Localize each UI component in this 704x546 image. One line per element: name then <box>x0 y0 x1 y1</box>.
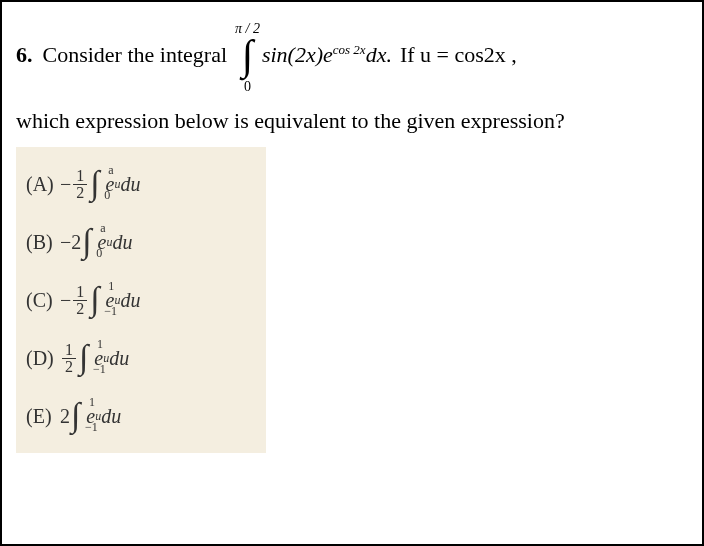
choice-e: (E) 2 ∫ 1 −1 eu du <box>26 387 256 445</box>
question-continuation: which expression below is equivalent to … <box>16 107 688 136</box>
choice-a-int-top: a <box>108 163 113 178</box>
choice-b-int-top: a <box>100 221 105 236</box>
choice-e-label: (E) <box>26 405 60 428</box>
choice-d: (D) 1 2 ∫ 1 −1 eu du <box>26 329 256 387</box>
choice-b-int: ∫ a 0 <box>82 227 91 257</box>
choice-a-frac-den: 2 <box>73 185 87 201</box>
choice-d-du: du <box>109 347 129 370</box>
choice-c-int-bot: −1 <box>104 304 117 319</box>
choice-b-int-bot: 0 <box>96 246 102 261</box>
choice-c-label: (C) <box>26 289 60 312</box>
integral-icon: ∫ <box>82 222 91 259</box>
choice-d-label: (D) <box>26 347 60 370</box>
question-lead: Consider the integral <box>43 41 228 70</box>
choice-c-prefix: − <box>60 289 71 312</box>
choice-c-du: du <box>121 289 141 312</box>
choice-b-label: (B) <box>26 231 60 254</box>
integrand-exp: cos 2x <box>333 42 366 57</box>
choice-e-int-top: 1 <box>89 395 95 410</box>
choice-c-int-top: 1 <box>108 279 114 294</box>
choice-d-int-bot: −1 <box>93 362 106 377</box>
page-frame: 6. Consider the integral π / 2 ∫ 0 sin(2… <box>0 0 704 546</box>
integrand-dx: dx. <box>366 42 392 67</box>
choice-d-int: ∫ 1 −1 <box>79 343 88 373</box>
choice-e-du: du <box>101 405 121 428</box>
choice-b-prefix: −2 <box>60 231 81 254</box>
choice-e-int-bot: −1 <box>85 420 98 435</box>
question-line-1: 6. Consider the integral π / 2 ∫ 0 sin(2… <box>16 12 688 99</box>
integrand-base: sin(2x)e <box>262 42 333 67</box>
choice-a-label: (A) <box>26 173 60 196</box>
choice-d-math: 1 2 ∫ 1 −1 eu du <box>60 342 129 375</box>
choice-a-int: ∫ a 0 <box>90 169 99 199</box>
choice-c-frac: 1 2 <box>73 284 87 317</box>
choice-d-frac: 1 2 <box>62 342 76 375</box>
choice-a: (A) − 1 2 ∫ a 0 eu du <box>26 155 256 213</box>
integral-icon: ∫ <box>90 164 99 201</box>
choice-a-math: − 1 2 ∫ a 0 eu du <box>60 168 141 201</box>
choice-b-math: −2 ∫ a 0 eu du <box>60 227 133 257</box>
choice-b: (B) −2 ∫ a 0 eu du <box>26 213 256 271</box>
choice-c-math: − 1 2 ∫ 1 −1 eu du <box>60 284 141 317</box>
question-tail: If u = cos2x , <box>400 41 517 70</box>
choice-a-int-bot: 0 <box>104 188 110 203</box>
integral-symbol: ∫ <box>235 41 260 70</box>
integral-display: π / 2 ∫ 0 <box>235 12 260 99</box>
choice-d-int-top: 1 <box>97 337 103 352</box>
lower-limit: 0 <box>244 79 251 94</box>
question-number: 6. <box>16 41 33 70</box>
choice-e-math: 2 ∫ 1 −1 eu du <box>60 401 121 431</box>
choice-c-frac-den: 2 <box>73 301 87 317</box>
choice-a-frac-num: 1 <box>73 168 87 185</box>
choice-c: (C) − 1 2 ∫ 1 −1 eu du <box>26 271 256 329</box>
choice-d-frac-num: 1 <box>62 342 76 359</box>
choice-c-int: ∫ 1 −1 <box>90 285 99 315</box>
answer-choices: (A) − 1 2 ∫ a 0 eu du (B) −2 <box>16 147 266 453</box>
integrand: sin(2x)ecos 2xdx. <box>262 41 392 70</box>
choice-a-prefix: − <box>60 173 71 196</box>
choice-b-du: du <box>113 231 133 254</box>
choice-d-frac-den: 2 <box>62 359 76 375</box>
choice-a-du: du <box>121 173 141 196</box>
integral-icon: ∫ <box>79 338 88 375</box>
integral-icon: ∫ <box>90 280 99 317</box>
choice-c-frac-num: 1 <box>73 284 87 301</box>
integral-icon: ∫ <box>71 396 80 433</box>
choice-e-int: ∫ 1 −1 <box>71 401 80 431</box>
choice-e-prefix: 2 <box>60 405 70 428</box>
choice-a-frac: 1 2 <box>73 168 87 201</box>
